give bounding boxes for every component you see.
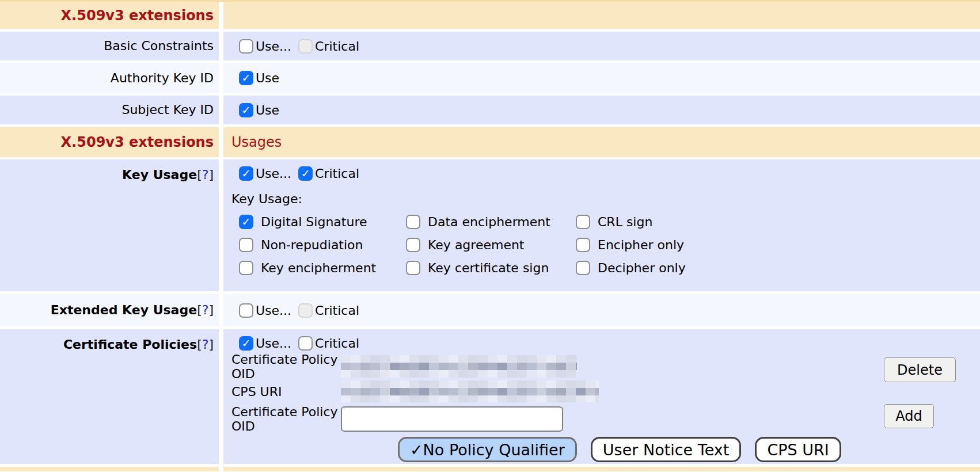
- critical-checkbox[interactable]: [298, 166, 313, 181]
- extended-key-usage-label: Extended Key Usage[?]: [51, 303, 214, 317]
- digital-signature-checkbox[interactable]: [239, 215, 253, 229]
- authority-key-id-controls: Use: [239, 71, 279, 85]
- use-checkbox-label: Use...: [256, 39, 291, 54]
- use-checkbox-label: Use...: [256, 303, 291, 318]
- key-usage-option: Data encipherment: [406, 215, 576, 229]
- key-usage-option: Encipher only: [576, 238, 980, 252]
- key-usage-option: Key agreement: [406, 238, 576, 252]
- critical-checkbox: [298, 303, 313, 318]
- use-checkbox-label: Use...: [256, 336, 291, 351]
- x509-extensions-form: X.509v3 extensions Basic Constraints Use…: [0, 0, 980, 472]
- key-usage-option: Digital Signature: [239, 215, 406, 229]
- no-policy-qualifier-button[interactable]: ✓No Policy Qualifier: [398, 437, 577, 462]
- key-usage-option: Decipher only: [576, 261, 980, 275]
- user-notice-text-button[interactable]: User Notice Text: [591, 437, 742, 462]
- key-usage-option: Key encipherment: [239, 261, 406, 275]
- add-button[interactable]: Add: [884, 404, 934, 428]
- extended-key-usage-help-link[interactable]: ?: [202, 303, 209, 317]
- key-usage-options-grid: Digital Signature Data encipherment CRL …: [239, 215, 980, 275]
- use-checkbox-label: Use: [256, 103, 279, 117]
- use-checkbox[interactable]: [239, 39, 253, 54]
- critical-checkbox-label: Critical: [315, 336, 359, 351]
- certificate-policies-help-link[interactable]: ?: [202, 337, 209, 352]
- next-section-header-cut: [0, 467, 980, 471]
- use-checkbox[interactable]: [239, 103, 253, 117]
- key-usage-option: Key certificate sign: [406, 261, 576, 275]
- key-certificate-sign-checkbox[interactable]: [406, 261, 420, 275]
- data-encipherment-checkbox[interactable]: [406, 215, 420, 229]
- non-repudiation-checkbox[interactable]: [239, 238, 253, 252]
- section-header-usages: X.509v3 extensions Usages: [0, 127, 980, 157]
- use-checkbox[interactable]: [239, 166, 253, 181]
- cps-uri-label: CPS URI: [231, 385, 341, 399]
- policy-qualifier-buttons: ✓No Policy Qualifier User Notice Text CP…: [398, 437, 980, 462]
- crl-sign-checkbox[interactable]: [576, 215, 590, 229]
- key-agreement-checkbox[interactable]: [406, 238, 420, 252]
- use-checkbox[interactable]: [239, 71, 253, 85]
- row-certificate-policies: Certificate Policies[?] Use... Critical …: [0, 329, 980, 464]
- redacted-cps-uri-value: [341, 380, 599, 402]
- key-encipherment-checkbox[interactable]: [239, 261, 253, 275]
- key-usage-controls: Use... Critical: [239, 166, 980, 181]
- decipher-only-checkbox[interactable]: [576, 261, 590, 275]
- section-header-extensions: X.509v3 extensions: [0, 2, 980, 29]
- certificate-policies-controls: Use... Critical: [239, 336, 980, 351]
- basic-constraints-controls: Use... Critical: [239, 39, 359, 54]
- row-key-usage: Key Usage[?] Use... Critical Key Usage: …: [0, 159, 980, 291]
- use-checkbox-label: Use: [256, 71, 279, 85]
- policy-oid-row: Certificate Policy OID: [231, 355, 980, 378]
- certificate-policy-oid-input[interactable]: [341, 406, 563, 432]
- row-subject-key-id: Subject Key ID Use: [0, 96, 980, 124]
- new-policy-oid-row: Certificate Policy OID: [231, 406, 980, 432]
- encipher-only-checkbox[interactable]: [576, 238, 590, 252]
- authority-key-id-label: Authority Key ID: [111, 71, 214, 85]
- basic-constraints-label: Basic Constraints: [104, 39, 214, 53]
- key-usage-section-label: Key Usage:: [231, 192, 980, 206]
- certificate-policies-label: Certificate Policies[?]: [63, 337, 214, 352]
- critical-checkbox-label: Critical: [315, 39, 359, 54]
- section-subtitle: Usages: [231, 134, 282, 150]
- redacted-policy-oid-value: [341, 355, 577, 378]
- subject-key-id-controls: Use: [239, 103, 279, 117]
- critical-checkbox-label: Critical: [315, 303, 359, 318]
- use-checkbox[interactable]: [239, 336, 253, 351]
- critical-checkbox: [298, 39, 313, 54]
- row-authority-key-id: Authority Key ID Use: [0, 63, 980, 93]
- cps-uri-button[interactable]: CPS URI: [755, 437, 841, 462]
- key-usage-help-link[interactable]: ?: [202, 168, 209, 182]
- extended-key-usage-controls: Use... Critical: [239, 303, 359, 318]
- section-title: X.509v3 extensions: [61, 134, 214, 150]
- row-extended-key-usage: Extended Key Usage[?] Use... Critical: [0, 294, 980, 326]
- key-usage-option: CRL sign: [576, 215, 980, 229]
- row-basic-constraints: Basic Constraints Use... Critical: [0, 32, 980, 60]
- key-usage-label: Key Usage[?]: [122, 168, 214, 182]
- use-checkbox[interactable]: [239, 303, 253, 318]
- section-title: X.509v3 extensions: [61, 7, 214, 24]
- certificate-policy-oid-label: Certificate Policy OID: [231, 352, 341, 381]
- subject-key-id-label: Subject Key ID: [121, 102, 214, 117]
- certificate-policy-oid-label: Certificate Policy OID: [231, 405, 341, 433]
- cps-uri-row: CPS URI: [231, 380, 980, 402]
- use-checkbox-label: Use...: [256, 166, 291, 181]
- critical-checkbox[interactable]: [298, 336, 313, 351]
- key-usage-option: Non-repudiation: [239, 238, 406, 252]
- critical-checkbox-label: Critical: [315, 166, 359, 181]
- delete-button[interactable]: Delete: [884, 357, 956, 382]
